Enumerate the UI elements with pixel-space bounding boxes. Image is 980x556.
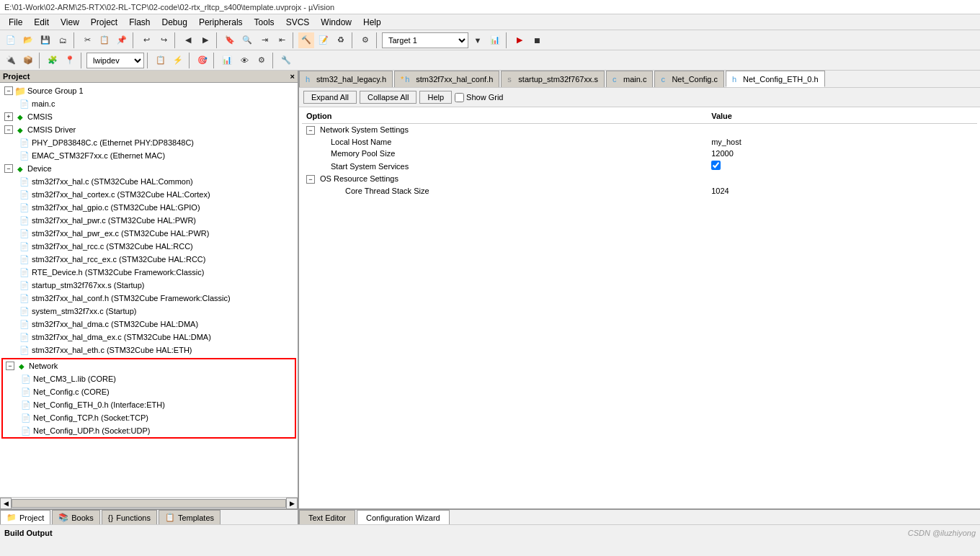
menu-edit[interactable]: Edit — [28, 16, 55, 29]
pin-btn[interactable]: 📍 — [62, 53, 78, 68]
tree-phy[interactable]: 📄 PHY_DP83848C.c (Ethernet PHY:DP83848C) — [1, 136, 296, 149]
tree-net-config-eth[interactable]: 📄 Net_Config_ETH_0.h (Interface:ETH) — [3, 398, 295, 411]
tree-hal-pwr[interactable]: 📄 stm32f7xx_hal_pwr.c (STM32Cube HAL:PWR… — [1, 214, 296, 227]
menu-flash[interactable]: Flash — [123, 16, 156, 29]
scroll-right-btn[interactable]: ▶ — [286, 498, 298, 509]
menu-peripherals[interactable]: Peripherals — [193, 16, 249, 29]
target-options-btn[interactable]: ⚙ — [357, 32, 373, 48]
tree-hal-conf[interactable]: 📄 stm32f7xx_hal_conf.h (STM32Cube Framew… — [1, 292, 296, 305]
scroll-left-btn[interactable]: ◀ — [0, 498, 12, 509]
menu-debug[interactable]: Debug — [156, 16, 193, 29]
tab-startup[interactable]: s startup_stm32f767xx.s — [501, 71, 605, 87]
help-btn[interactable]: Help — [419, 91, 452, 104]
expand-cmsis[interactable]: + — [4, 112, 13, 121]
expand-source-group[interactable]: − — [4, 86, 13, 95]
menu-window[interactable]: Window — [315, 16, 357, 29]
tab-functions[interactable]: {} Functions — [102, 510, 157, 524]
save-all-btn[interactable]: 🗂 — [55, 32, 71, 48]
periph-btn[interactable]: 🔌 — [3, 53, 19, 68]
tree-hal[interactable]: 📄 stm32f7xx_hal.c (STM32Cube HAL:Common) — [1, 175, 296, 188]
tree-hal-rcc[interactable]: 📄 stm32f7xx_hal_rcc.c (STM32Cube HAL:RCC… — [1, 240, 296, 253]
menu-help[interactable]: Help — [357, 16, 387, 29]
compile-btn[interactable]: 📝 — [316, 32, 331, 48]
tab-net-config-eth-h[interactable]: h Net_Config_ETH_0.h — [726, 71, 825, 87]
components-btn[interactable]: 🧩 — [45, 53, 61, 68]
cut-btn[interactable]: ✂ — [79, 32, 95, 48]
undo-btn[interactable]: ↩ — [138, 32, 154, 48]
menu-view[interactable]: View — [55, 16, 85, 29]
menu-svcs[interactable]: SVCS — [280, 16, 316, 29]
tree-emac[interactable]: 📄 EMAC_STM32F7xx.c (Ethernet MAC) — [1, 149, 296, 162]
red-target-btn[interactable]: 🎯 — [195, 53, 210, 68]
tree-cmsis-driver[interactable]: − ◆ CMSIS Driver — [1, 123, 296, 136]
redo-btn[interactable]: ↪ — [156, 32, 172, 48]
tab-templates[interactable]: 📋 Templates — [159, 510, 220, 524]
tree-net-config-c[interactable]: 📄 Net_Config.c (CORE) — [3, 385, 295, 398]
manage-btn[interactable]: 📊 — [487, 32, 503, 48]
menu-project[interactable]: Project — [85, 16, 123, 29]
tree-hal-dma[interactable]: 📄 stm32f7xx_hal_dma.c (STM32Cube HAL:DMA… — [1, 318, 296, 331]
tree-cmsis[interactable]: + ◆ CMSIS — [1, 110, 296, 123]
logic-btn[interactable]: ⚙ — [254, 53, 270, 68]
extra-btn1[interactable]: 📋 — [153, 53, 169, 68]
tree-hal-cortex[interactable]: 📄 stm32f7xx_hal_cortex.c (STM32Cube HAL:… — [1, 188, 296, 201]
tree-network[interactable]: − ◆ Network — [3, 359, 295, 372]
tab-main-c[interactable]: c main.c — [606, 71, 653, 87]
rte-btn[interactable]: 📦 — [20, 53, 36, 68]
save-btn[interactable]: 💾 — [37, 32, 53, 48]
nav-fwd-btn[interactable]: ▶ — [197, 32, 213, 48]
start-debug-btn[interactable]: ▶ — [512, 32, 527, 48]
new-file-btn[interactable]: 📄 — [3, 32, 19, 48]
collapse-all-btn[interactable]: Collapse All — [360, 91, 416, 104]
tab-stm32f7xx-hal-conf[interactable]: * h stm32f7xx_hal_conf.h — [394, 71, 499, 87]
tree-system-stm32[interactable]: 📄 system_stm32f7xx.c (Startup) — [1, 305, 296, 318]
show-grid-label[interactable]: Show Grid — [455, 93, 503, 102]
tab-text-editor[interactable]: Text Editor — [299, 510, 355, 524]
tree-hal-eth[interactable]: 📄 stm32f7xx_hal_eth.c (STM32Cube HAL:ETH… — [1, 344, 296, 357]
expand-device[interactable]: − — [4, 164, 13, 173]
nav-back-btn[interactable]: ◀ — [180, 32, 196, 48]
tree-hal-pwr-ex[interactable]: 📄 stm32f7xx_hal_pwr_ex.c (STM32Cube HAL:… — [1, 227, 296, 240]
menu-file[interactable]: File — [3, 16, 28, 29]
menu-tools[interactable]: Tools — [249, 16, 280, 29]
bookmark-btn[interactable]: 🔖 — [222, 32, 238, 48]
open-btn[interactable]: 📂 — [20, 32, 36, 48]
find-btn[interactable]: 🔍 — [239, 32, 255, 48]
outdent-btn[interactable]: ⇤ — [274, 32, 290, 48]
tab-stm32-hal-legacy[interactable]: h stm32_hal_legacy.h — [299, 71, 393, 87]
tab-config-wizard[interactable]: Configuration Wizard — [357, 510, 450, 524]
target-dropdown[interactable]: Target 1 — [382, 32, 468, 48]
config-btn[interactable]: 🔧 — [278, 53, 294, 68]
tab-project[interactable]: 📁 Project — [0, 510, 50, 524]
horizontal-scrollbar[interactable] — [12, 499, 286, 508]
paste-btn[interactable]: 📌 — [114, 32, 130, 48]
tree-hal-gpio[interactable]: 📄 stm32f7xx_hal_gpio.c (STM32Cube HAL:GP… — [1, 201, 296, 214]
expand-cmsis-driver[interactable]: − — [4, 125, 13, 134]
tree-main-c[interactable]: 📄 main.c — [1, 97, 296, 110]
tree-hal-dma-ex[interactable]: 📄 stm32f7xx_hal_dma_ex.c (STM32Cube HAL:… — [1, 331, 296, 344]
tree-startup[interactable]: 📄 startup_stm32f767xx.s (Startup) — [1, 279, 296, 292]
expand-os-resource[interactable]: − — [306, 175, 315, 184]
target-dropdown-btn[interactable]: ▼ — [470, 32, 486, 48]
start-system-value[interactable] — [707, 159, 977, 173]
device-dropdown[interactable]: lwipdev — [86, 53, 144, 68]
tree-net-config-tcp[interactable]: 📄 Net_Config_TCP.h (Socket:TCP) — [3, 411, 295, 424]
tree-hal-rcc-ex[interactable]: 📄 stm32f7xx_hal_rcc_ex.c (STM32Cube HAL:… — [1, 253, 296, 266]
indent-btn[interactable]: ⇥ — [257, 32, 272, 48]
expand-network[interactable]: − — [6, 362, 14, 370]
tree-device[interactable]: − ◆ Device — [1, 162, 296, 175]
start-system-checkbox[interactable] — [711, 161, 721, 170]
watch-btn[interactable]: 👁 — [236, 53, 252, 68]
stop-debug-btn[interactable]: ⏹ — [529, 32, 545, 48]
tab-books[interactable]: 📚 Books — [52, 510, 100, 524]
expand-all-btn[interactable]: Expand All — [303, 91, 357, 104]
rebuild-btn[interactable]: ♻ — [333, 32, 349, 48]
build-btn[interactable]: 🔨 — [298, 32, 314, 48]
left-panel-close[interactable]: × — [290, 72, 295, 81]
tree-source-group[interactable]: − 📁 Source Group 1 — [1, 84, 296, 97]
mem-btn[interactable]: 📊 — [219, 53, 235, 68]
tree-net-config-udp[interactable]: 📄 Net_Config_UDP.h (Socket:UDP) — [3, 424, 295, 437]
tree-net-cm3l[interactable]: 📄 Net_CM3_L.lib (CORE) — [3, 372, 295, 385]
tab-net-config-c[interactable]: c Net_Config.c — [654, 71, 724, 87]
extra-btn2[interactable]: ⚡ — [170, 53, 186, 68]
